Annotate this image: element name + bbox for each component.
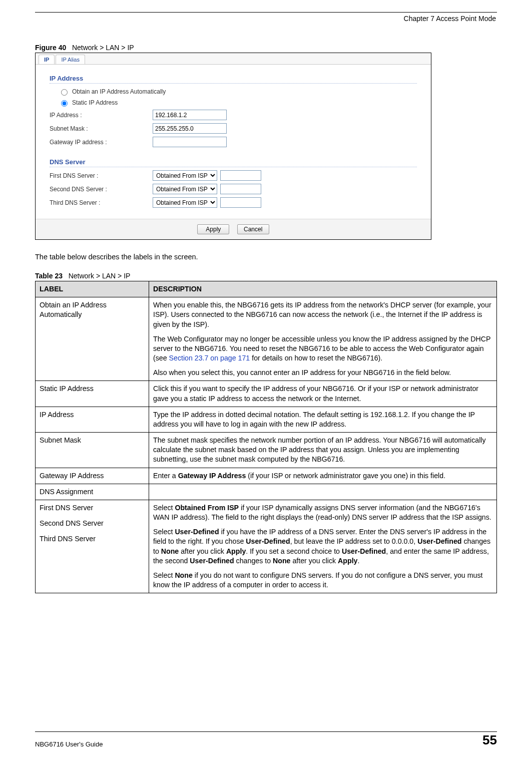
cell-label: Static IP Address bbox=[36, 381, 149, 407]
cell-label: Obtain an IP Address Automatically bbox=[36, 297, 149, 381]
cell-label: IP Address bbox=[36, 407, 149, 432]
select-second-dns[interactable]: Obtained From ISP bbox=[153, 184, 217, 194]
table-label: Table 23 bbox=[35, 272, 63, 280]
table-row: Obtain an IP Address Automatically When … bbox=[36, 297, 497, 381]
table-caption: Table 23 Network > LAN > IP bbox=[35, 272, 497, 280]
th-label: LABEL bbox=[36, 281, 149, 297]
tab-ip[interactable]: IP bbox=[39, 55, 55, 64]
cell-label: DNS Assignment bbox=[36, 484, 149, 500]
label-third-dns: Third DNS Server : bbox=[50, 199, 153, 206]
label-second-dns: Second DNS Server : bbox=[50, 186, 153, 193]
section-ip-address: IP Address bbox=[50, 75, 417, 84]
cell-desc: Click this if you want to specify the IP… bbox=[149, 381, 497, 407]
radio-static-ip[interactable] bbox=[61, 100, 68, 107]
input-subnet-mask[interactable] bbox=[153, 123, 227, 134]
input-first-dns-value[interactable] bbox=[220, 170, 261, 181]
label-subnet-mask: Subnet Mask : bbox=[50, 125, 153, 132]
input-second-dns-value[interactable] bbox=[220, 184, 261, 194]
label-first-dns: First DNS Server : bbox=[50, 172, 153, 179]
cell-desc bbox=[149, 484, 497, 500]
cell-desc: The subnet mask specifies the network nu… bbox=[149, 433, 497, 468]
input-gateway-ip[interactable] bbox=[153, 137, 227, 147]
chapter-header: Chapter 7 Access Point Mode bbox=[35, 15, 497, 23]
th-description: DESCRIPTION bbox=[149, 281, 497, 297]
cell-desc: Select Obtained From ISP if your ISP dyn… bbox=[149, 500, 497, 593]
cancel-button[interactable]: Cancel bbox=[237, 224, 269, 234]
cell-label: First DNS Server Second DNS Server Third… bbox=[36, 500, 149, 593]
label-obtain-auto: Obtain an IP Address Automatically bbox=[72, 88, 166, 95]
section-dns-server: DNS Server bbox=[50, 158, 417, 167]
table-row: First DNS Server Second DNS Server Third… bbox=[36, 500, 497, 593]
figure-title: Network > LAN > IP bbox=[72, 44, 134, 52]
figure-caption: Figure 40 Network > LAN > IP bbox=[35, 44, 497, 52]
cross-ref-link[interactable]: Section 23.7 on page 171 bbox=[169, 354, 250, 362]
page-number: 55 bbox=[482, 732, 497, 748]
apply-button[interactable]: Apply bbox=[197, 224, 229, 234]
radio-obtain-auto[interactable] bbox=[61, 89, 68, 96]
label-gateway-ip: Gateway IP address : bbox=[50, 139, 153, 146]
cell-desc: Type the IP address in dotted decimal no… bbox=[149, 407, 497, 432]
label-ip-address: IP Address : bbox=[50, 112, 153, 119]
description-table: LABEL DESCRIPTION Obtain an IP Address A… bbox=[35, 281, 497, 593]
tab-ip-alias[interactable]: IP Alias bbox=[56, 55, 85, 64]
cell-desc: Enter a Gateway IP Address (if your ISP … bbox=[149, 468, 497, 484]
figure-label: Figure 40 bbox=[35, 44, 66, 52]
input-third-dns-value[interactable] bbox=[220, 197, 261, 208]
screenshot-panel: IP IP Alias IP Address Obtain an IP Addr… bbox=[35, 53, 431, 240]
table-row: Static IP Address Click this if you want… bbox=[36, 381, 497, 407]
table-row: Gateway IP Address Enter a Gateway IP Ad… bbox=[36, 468, 497, 484]
input-ip-address[interactable] bbox=[153, 110, 227, 120]
table-title: Network > LAN > IP bbox=[69, 272, 131, 280]
label-static-ip: Static IP Address bbox=[72, 99, 118, 106]
intro-text: The table below describes the labels in … bbox=[35, 253, 497, 261]
select-third-dns[interactable]: Obtained From ISP bbox=[153, 197, 217, 208]
select-first-dns[interactable]: Obtained From ISP bbox=[153, 170, 217, 181]
table-row: DNS Assignment bbox=[36, 484, 497, 500]
table-row: Subnet Mask The subnet mask specifies th… bbox=[36, 433, 497, 468]
cell-desc: When you enable this, the NBG6716 gets i… bbox=[149, 297, 497, 381]
cell-label: Gateway IP Address bbox=[36, 468, 149, 484]
cell-label: Subnet Mask bbox=[36, 433, 149, 468]
footer-guide: NBG6716 User's Guide bbox=[35, 740, 103, 748]
table-row: IP Address Type the IP address in dotted… bbox=[36, 407, 497, 432]
